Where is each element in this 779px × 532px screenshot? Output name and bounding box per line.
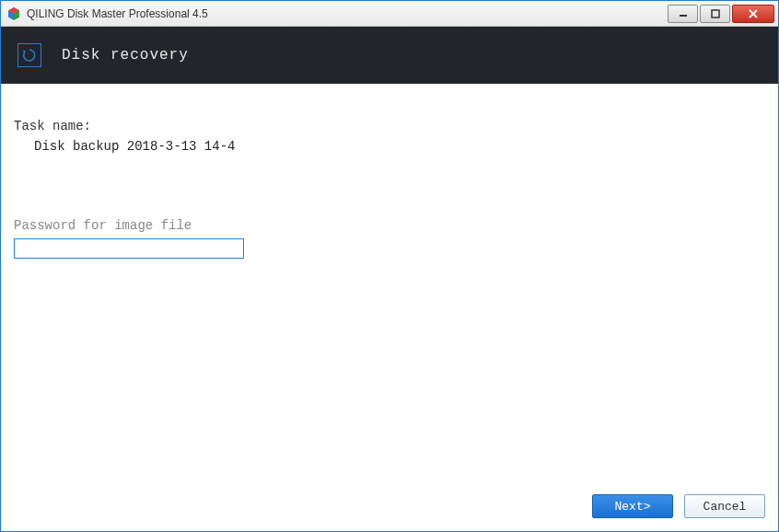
svg-rect-3 <box>680 15 687 17</box>
maximize-button[interactable] <box>700 5 730 23</box>
password-section: Password for image file <box>14 218 765 259</box>
window-title: QILING Disk Master Professional 4.5 <box>27 7 666 20</box>
task-name-value: Disk backup 2018-3-13 14-4 <box>34 139 765 154</box>
page-title: Disk recovery <box>62 47 189 64</box>
content-area: Task name: Disk backup 2018-3-13 14-4 Pa… <box>1 84 778 489</box>
app-window: QILING Disk Master Professional 4.5 Disk… <box>0 0 779 532</box>
password-label: Password for image file <box>14 218 765 233</box>
close-button[interactable] <box>732 5 774 23</box>
minimize-button[interactable] <box>668 5 698 23</box>
cancel-button[interactable]: Cancel <box>684 494 765 518</box>
page-header: Disk recovery <box>1 27 778 84</box>
svg-rect-4 <box>712 10 719 17</box>
next-button[interactable]: Next> <box>592 494 673 518</box>
titlebar: QILING Disk Master Professional 4.5 <box>1 1 778 27</box>
password-input[interactable] <box>14 238 244 259</box>
task-name-label: Task name: <box>14 119 765 133</box>
footer: Next> Cancel <box>1 489 778 531</box>
app-icon <box>6 6 21 21</box>
window-controls <box>666 5 774 23</box>
recovery-icon <box>17 43 41 67</box>
